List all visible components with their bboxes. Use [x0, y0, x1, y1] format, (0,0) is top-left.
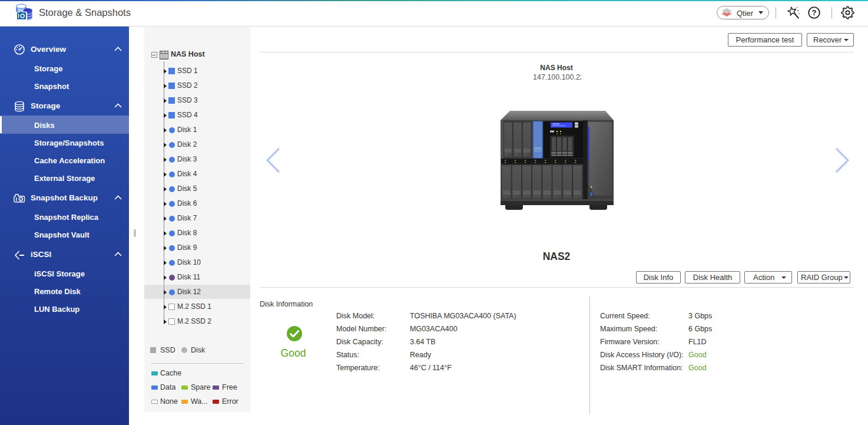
svg-text:?: ? — [812, 8, 817, 17]
